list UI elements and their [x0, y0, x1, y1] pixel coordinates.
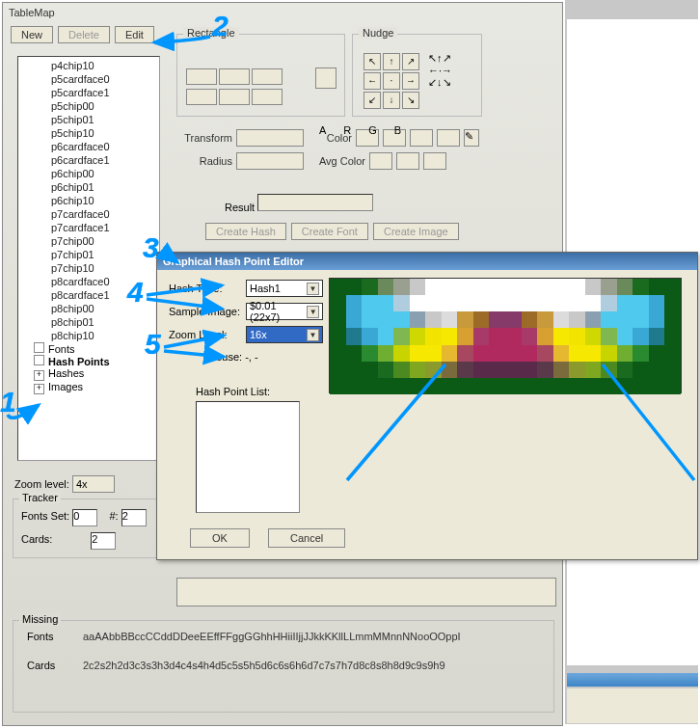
dlg-zoom-dropdown[interactable]: 16x▼ [246, 326, 323, 343]
hash-type-dropdown[interactable]: Hash1▼ [246, 280, 323, 297]
chevron-down-icon: ▼ [307, 283, 319, 295]
create-font-button[interactable]: Create Font [291, 223, 368, 240]
hash-label: #: [109, 510, 118, 522]
tree-item[interactable]: p7cardface1 [18, 221, 159, 234]
delete-button[interactable]: Delete [58, 26, 110, 43]
ok-button[interactable]: OK [190, 528, 250, 548]
annotation-4: 4 [127, 276, 144, 309]
fontsset-input[interactable]: 0 [72, 509, 97, 526]
nudge-btn[interactable]: ↘ [443, 76, 451, 88]
annotation-2: 2 [212, 10, 229, 42]
annotation-1: 1 [0, 386, 16, 418]
tree-item[interactable]: p7chip00 [18, 234, 159, 248]
hash-point-list-label: Hash Point List: [196, 386, 270, 397]
rect-cell[interactable] [186, 89, 217, 105]
hash-point-list[interactable] [196, 401, 300, 513]
nudge-btn[interactable]: ↙ [363, 92, 381, 109]
nudge-btn[interactable]: → [442, 65, 452, 76]
transform-label: Transform [176, 132, 232, 144]
tree-root-hash-points[interactable]: Hash Points [18, 355, 159, 367]
radius-dropdown[interactable] [236, 152, 304, 170]
tree-item[interactable]: p6chip01 [18, 180, 159, 194]
tracker-legend: Tracker [19, 492, 61, 503]
tree-item[interactable]: p5cardface0 [18, 72, 159, 86]
fontsset-label: Fonts Set: [21, 510, 69, 522]
rect-cell[interactable] [252, 89, 283, 105]
color-cell[interactable] [410, 129, 433, 147]
tree-root-images[interactable]: Images [18, 381, 159, 394]
nudge-btn[interactable]: ↖ [428, 52, 437, 64]
nudge-btn[interactable]: ↗ [402, 53, 419, 70]
chevron-down-icon: ▼ [307, 329, 319, 341]
rect-cell[interactable] [219, 89, 250, 105]
nudge-btn[interactable]: ← [363, 72, 381, 90]
label-a: A [319, 124, 326, 136]
tree-item[interactable]: p6chip10 [18, 194, 159, 207]
result-label: Result [225, 202, 255, 213]
tree-item[interactable]: p8chip01 [18, 315, 159, 329]
sample-image-dropdown[interactable]: $0.01 (22x7)▼ [246, 303, 323, 320]
missing-cards-value: 2c2s2h2d3c3s3h3d4c4s4h4d5c5s5h5d6c6s6h6d… [83, 660, 540, 671]
tree-item[interactable]: p7cardface0 [18, 207, 159, 221]
hash-input[interactable]: 2 [121, 509, 147, 526]
zoom-row: Zoom level: 4x [14, 475, 126, 493]
rect-action-button[interactable] [315, 67, 337, 89]
create-image-button[interactable]: Create Image [373, 223, 459, 240]
tree-item[interactable]: p5cardface1 [18, 86, 159, 99]
tree-root-fonts[interactable]: Fonts [18, 342, 159, 355]
pixel-preview[interactable] [329, 278, 682, 393]
argb-labels: A R G B [319, 124, 401, 136]
rect-cell[interactable] [219, 68, 250, 85]
color-cell[interactable] [437, 129, 460, 147]
zoom-dropdown[interactable]: 4x [72, 475, 115, 493]
avgcolor-label: Avg Color [315, 155, 365, 167]
tree-view[interactable]: p4chip10p5cardface0p5cardface1p5chip00p5… [17, 56, 160, 461]
nudge-btn[interactable]: ↖ [363, 53, 381, 70]
transform-dropdown[interactable] [236, 129, 304, 147]
label-r: R [343, 124, 351, 136]
sample-image-label: Sample Image: [169, 306, 246, 317]
nudge-btn[interactable]: ↓ [383, 92, 400, 109]
chevron-down-icon: ▼ [307, 306, 319, 318]
eyedropper-icon[interactable]: ✎ [464, 129, 479, 147]
annotation-3: 3 [143, 231, 159, 264]
tree-item[interactable]: p8chip10 [18, 329, 159, 342]
nudge-btn[interactable]: ↘ [402, 92, 419, 109]
tree-item[interactable]: p6chip00 [18, 167, 159, 180]
cancel-button[interactable]: Cancel [268, 528, 345, 548]
label-b: B [394, 124, 401, 136]
tree-item[interactable]: p6cardface0 [18, 140, 159, 153]
nudge-btn[interactable]: → [402, 72, 419, 90]
missing-group: Missing Fonts aaAAbbBBccCCddDDeeEEffFFgg… [13, 620, 554, 713]
nudge-btn[interactable]: ← [428, 65, 439, 76]
tree-item[interactable]: p7chip10 [18, 261, 159, 275]
tree-item[interactable]: p4chip10 [18, 59, 159, 72]
cards-input[interactable]: 2 [91, 532, 116, 550]
create-row: Create Hash Create Font Create Image [205, 223, 461, 240]
create-hash-button[interactable]: Create Hash [205, 223, 286, 240]
annotation-5: 5 [145, 328, 161, 361]
tree-item[interactable]: p5chip01 [18, 113, 159, 126]
nudge-btn[interactable]: · [383, 72, 400, 90]
tree-item[interactable]: p5chip00 [18, 99, 159, 113]
nudge-btn[interactable]: ↙ [428, 76, 437, 88]
mouse-coords: Mouse: -, - [207, 351, 258, 363]
nudge-btn[interactable]: ↗ [443, 52, 451, 64]
rect-cell[interactable] [186, 68, 217, 85]
nudge-legend: Nudge [359, 27, 397, 39]
cards-label: Cards: [21, 533, 52, 545]
tree-root-hashes[interactable]: Hashes [18, 367, 159, 381]
rectangle-legend: Rectangle [183, 27, 239, 39]
tree-item[interactable]: p6cardface1 [18, 153, 159, 167]
avgcolor-cell [423, 152, 446, 170]
new-button[interactable]: New [11, 26, 53, 43]
background-bottom [567, 688, 698, 723]
nudge-btn[interactable]: ↑ [383, 53, 400, 70]
rectangle-group: Rectangle [176, 34, 345, 117]
tree-item[interactable]: p7chip01 [18, 248, 159, 261]
edit-button[interactable]: Edit [115, 26, 154, 43]
tree-item[interactable]: p5chip10 [18, 126, 159, 140]
rect-cell[interactable] [252, 68, 283, 85]
nudge-grid-right: ↖↑↗ ←·→ ↙↓↘ [428, 52, 452, 89]
result-field [257, 194, 373, 211]
